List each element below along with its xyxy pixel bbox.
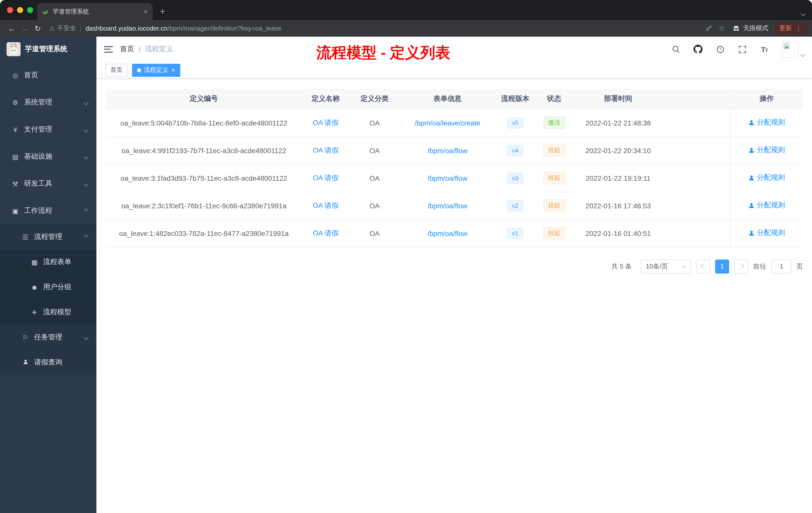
- cell-deploy-time: 2022-01-22 20:34:10: [573, 137, 663, 164]
- table-header-row: 定义编号 定义名称 定义分类 表单信息 流程版本 状态 部署时间 操作: [106, 89, 803, 109]
- sidebar-item-task-management[interactable]: ⚐ 任务管理: [0, 325, 96, 350]
- breadcrumb-home[interactable]: 首页: [120, 45, 134, 54]
- fullscreen-icon[interactable]: [735, 42, 750, 57]
- close-window-button[interactable]: [7, 7, 13, 13]
- cell-form-info: /bpm/oa/leave/create: [400, 109, 495, 137]
- chevron-down-icon: [800, 52, 805, 57]
- table-row: oa_leave:4:991f2193-7b7f-11ec-a3c8-acde4…: [106, 137, 803, 164]
- sidebar-item-workflow[interactable]: ▣ 工作流程: [0, 197, 96, 224]
- cell-status: 挂起: [535, 192, 573, 219]
- form-link[interactable]: /bpm/oa/flow: [428, 174, 467, 182]
- prev-page-button[interactable]: [696, 259, 710, 273]
- form-link[interactable]: /bpm/oa/leave/create: [414, 119, 480, 127]
- bookmark-star-icon[interactable]: ☆: [715, 22, 728, 35]
- tag-process-definition[interactable]: 流程定义 ×: [132, 63, 180, 77]
- form-link[interactable]: /bpm/oa/flow: [428, 229, 467, 237]
- cell-form-info: /bpm/oa/flow: [400, 137, 495, 164]
- cell-status: 挂起: [535, 164, 573, 192]
- assign-rule-link[interactable]: 分配规则: [749, 174, 785, 182]
- browser-menu-icon[interactable]: ⋮: [795, 25, 802, 32]
- definition-name-link[interactable]: OA 请假: [313, 229, 339, 237]
- sidebar-item-process-model[interactable]: ✈ 流程模型: [0, 300, 96, 325]
- avatar: [782, 41, 799, 58]
- tab-search-icon[interactable]: [802, 8, 805, 18]
- app-logo-row[interactable]: 芋道管理系统: [0, 37, 96, 62]
- address-bar[interactable]: dashboard.yudao.iocoder.cn/bpm/manager/d…: [86, 25, 282, 32]
- github-icon[interactable]: [691, 42, 705, 57]
- sidebar-item-dev-tools[interactable]: ⚒ 研发工具: [0, 170, 96, 197]
- header-definition-name: 定义名称: [302, 89, 349, 109]
- cell-process-version: v3: [495, 164, 535, 192]
- font-size-icon[interactable]: TT: [757, 42, 772, 57]
- header-operations: 操作: [730, 89, 803, 109]
- version-badge: v4: [507, 145, 523, 156]
- cell-spacer: [663, 137, 730, 164]
- url-divider: [81, 25, 81, 32]
- sidebar-item-system-management[interactable]: ⚙ 系统管理: [0, 89, 96, 116]
- cell-definition-name: OA 请假: [302, 192, 349, 219]
- document-icon: ▦: [30, 258, 39, 266]
- help-icon[interactable]: ?: [713, 42, 728, 57]
- sidebar-item-label: 工作流程: [24, 206, 52, 215]
- chevron-up-icon: [84, 234, 89, 239]
- sidebar-item-process-form[interactable]: ▦ 流程表单: [0, 249, 96, 275]
- assign-rule-link[interactable]: 分配规则: [749, 146, 785, 155]
- chevron-down-icon: [84, 181, 89, 186]
- forward-icon[interactable]: →: [18, 22, 31, 35]
- not-secure-label: 不安全: [57, 24, 76, 33]
- password-key-icon[interactable]: [702, 22, 715, 35]
- sidebar-item-label: 系统管理: [24, 98, 52, 107]
- browser-tab[interactable]: 芋道管理系统 ×: [37, 3, 153, 20]
- sidebar-item-payment-management[interactable]: ¥ 支付管理: [0, 116, 96, 143]
- new-tab-button[interactable]: +: [160, 6, 165, 16]
- tab-favicon-icon: [42, 8, 49, 15]
- security-indicator[interactable]: ⚠ 不安全: [49, 24, 76, 33]
- cell-status: 挂起: [535, 219, 573, 247]
- minimize-window-button[interactable]: [17, 7, 23, 13]
- next-page-button[interactable]: [734, 259, 748, 273]
- tag-home[interactable]: 首页: [106, 63, 127, 77]
- cell-definition-id: oa_leave:3:1fad3d93-7b75-11ec-a3c8-acde4…: [106, 164, 302, 192]
- assign-rule-link[interactable]: 分配规则: [749, 229, 785, 238]
- hamburger-icon[interactable]: [104, 46, 113, 53]
- version-badge: v1: [507, 228, 523, 239]
- page-number-button[interactable]: 1: [715, 259, 729, 273]
- page-size-select[interactable]: 10条/页: [641, 259, 691, 273]
- definition-name-link[interactable]: OA 请假: [313, 146, 339, 154]
- update-chip[interactable]: 更新 ⋮: [774, 22, 807, 35]
- definition-name-link[interactable]: OA 请假: [313, 174, 339, 181]
- chevron-down-icon: [84, 335, 89, 340]
- sidebar-item-home[interactable]: ◎ 首页: [0, 62, 96, 89]
- cell-spacer: [663, 219, 730, 247]
- goto-page-input[interactable]: [771, 259, 791, 273]
- user-menu[interactable]: [782, 41, 805, 58]
- cell-operations: 分配规则: [730, 109, 803, 137]
- sidebar-item-user-group[interactable]: ☻ 用户分组: [0, 275, 96, 300]
- sidebar-item-infrastructure[interactable]: ▤ 基础设施: [0, 143, 96, 170]
- assign-rule-link[interactable]: 分配规则: [749, 201, 785, 210]
- sidebar-item-leave-query[interactable]: 请假查询: [0, 350, 96, 375]
- yen-icon: ¥: [11, 126, 20, 133]
- tab-close-icon[interactable]: ×: [144, 7, 148, 16]
- table-row: oa_leave:2:3c1f0ef1-76b1-11ec-9c66-a2380…: [106, 192, 803, 219]
- definition-name-link[interactable]: OA 请假: [313, 118, 339, 126]
- search-icon[interactable]: [668, 42, 684, 57]
- sidebar-item-process-management[interactable]: ☰ 流程管理: [0, 224, 96, 249]
- main-area: 首页 / 流程定义 ? TT: [96, 37, 812, 513]
- form-link[interactable]: /bpm/oa/flow: [428, 146, 467, 154]
- back-icon[interactable]: ←: [5, 22, 18, 35]
- cell-definition-category: OA: [349, 164, 400, 192]
- cell-definition-id: oa_leave:4:991f2193-7b7f-11ec-a3c8-acde4…: [106, 137, 302, 164]
- status-badge: 挂起: [543, 144, 565, 157]
- zoom-window-button[interactable]: [27, 7, 33, 13]
- sidebar-item-label: 基础设施: [24, 152, 52, 161]
- header-definition-id: 定义编号: [106, 89, 302, 109]
- definition-name-link[interactable]: OA 请假: [313, 201, 339, 209]
- assign-rule-link[interactable]: 分配规则: [749, 118, 785, 127]
- form-link[interactable]: /bpm/oa/flow: [428, 202, 467, 210]
- header-form-info: 表单信息: [400, 89, 495, 109]
- reload-icon[interactable]: ↻: [31, 22, 44, 35]
- assign-rule-label: 分配规则: [757, 118, 785, 127]
- tag-label: 首页: [111, 66, 122, 74]
- tag-close-icon[interactable]: ×: [171, 67, 175, 73]
